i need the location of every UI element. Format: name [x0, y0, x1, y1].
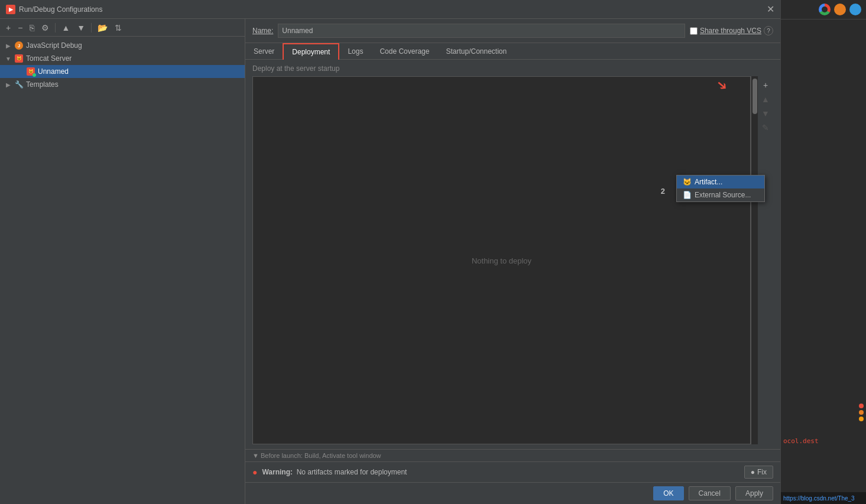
add-deploy-button[interactable]: +	[759, 79, 772, 92]
move-up-deploy-button[interactable]: ▲	[759, 93, 772, 106]
toolbar-separator-2	[91, 23, 92, 32]
tomcat-expand-icon: ▼	[5, 56, 12, 62]
templates-expand: ▶	[5, 82, 12, 88]
tab-logs[interactable]: Logs	[339, 43, 371, 59]
empty-deploy-text: Nothing to deploy	[472, 256, 531, 265]
left-panel: + − ⎘ ⚙ ▲ ▼ 📂 ⇅ ▶ J JavaScript	[0, 19, 245, 504]
templates-icon: 🔧	[14, 80, 24, 89]
edge-icon[interactable]	[849, 4, 861, 15]
scrollbar-thumb[interactable]	[753, 79, 757, 114]
tree-item-unnamed[interactable]: 🐱 Unnamed	[0, 65, 245, 78]
dot-red	[859, 404, 864, 408]
before-launch-header[interactable]: ▼ Before launch: Build, Activate tool wi…	[252, 452, 773, 459]
title-bar-left: ▶ Run/Debug Configurations	[6, 5, 102, 14]
firefox-icon[interactable]	[834, 4, 846, 15]
before-launch: ▼ Before launch: Build, Activate tool wi…	[245, 449, 780, 461]
name-row: Name: Share through VCS ?	[245, 19, 780, 43]
dialog-content: + − ⎘ ⚙ ▲ ▼ 📂 ⇅ ▶ J JavaScript	[0, 19, 780, 504]
help-button[interactable]: ?	[764, 26, 773, 35]
url-text: https://blog.csdn.net/The_3	[783, 495, 855, 502]
dot-orange	[859, 410, 864, 415]
dropdown-item-external-source[interactable]: 📄 External Source...	[677, 188, 764, 201]
external-source-label: External Source...	[695, 191, 751, 199]
add-config-button[interactable]: +	[4, 22, 13, 34]
move-up-button[interactable]: ▲	[59, 22, 72, 34]
warning-label: Warning:	[262, 468, 293, 476]
dropdown-item-artifact[interactable]: 🐱 Artifact...	[677, 175, 764, 188]
dot-yellow	[859, 417, 864, 421]
run-debug-dialog: ▶ Run/Debug Configurations ✕ + − ⎘ ⚙ ▲ ▼…	[0, 0, 780, 504]
name-label: Name:	[252, 27, 273, 35]
deploy-sidebar: + ▲ ▼ ✎	[758, 76, 773, 444]
tab-startup-connection[interactable]: Startup/Connection	[437, 43, 515, 59]
close-button[interactable]: ✕	[767, 4, 774, 15]
folder-button[interactable]: 📂	[95, 22, 110, 34]
warning-text: Warning: No artifacts marked for deploym…	[262, 468, 407, 476]
before-launch-label: ▼ Before launch: Build, Activate tool wi…	[252, 452, 381, 459]
settings-button[interactable]: ⚙	[39, 22, 51, 34]
move-down-button[interactable]: ▼	[74, 22, 87, 34]
right-code-area: ocol.dest	[781, 19, 866, 492]
toolbar: + − ⎘ ⚙ ▲ ▼ 📂 ⇅	[0, 19, 245, 37]
config-tree: ▶ J JavaScript Debug ▼ 🐱 Tomcat Server	[0, 37, 245, 504]
move-down-deploy-button[interactable]: ▼	[759, 107, 772, 120]
cancel-button[interactable]: Cancel	[689, 486, 731, 500]
tomcat-label: Tomcat Server	[26, 54, 72, 63]
dropdown-menu: 🐱 Artifact... 📄 External Source...	[676, 175, 765, 202]
unnamed-label: Unnamed	[38, 67, 69, 76]
tabs-bar: Server Deployment Logs Code Coverage Sta…	[245, 43, 780, 60]
bottom-bar: OK Cancel Apply	[245, 482, 780, 504]
artifact-label: Artifact...	[695, 178, 722, 186]
name-input[interactable]	[278, 24, 685, 38]
external-source-icon: 📄	[683, 191, 691, 199]
warning-icon: ●	[252, 467, 257, 477]
chrome-icon[interactable]	[819, 4, 831, 15]
dialog-title: Run/Debug Configurations	[19, 5, 102, 14]
edit-deploy-button[interactable]: ✎	[759, 121, 772, 134]
scrollbar[interactable]	[751, 76, 758, 444]
artifact-icon: 🐱	[683, 178, 691, 186]
fix-label: Fix	[757, 468, 767, 476]
status-dots	[859, 404, 864, 421]
apply-button[interactable]: Apply	[735, 486, 773, 500]
tab-deployment[interactable]: Deployment	[283, 43, 339, 60]
templates-label: Templates	[26, 80, 59, 89]
title-bar: ▶ Run/Debug Configurations ✕	[0, 0, 780, 19]
ok-button[interactable]: OK	[653, 486, 683, 500]
tree-item-js-debug[interactable]: ▶ J JavaScript Debug	[0, 39, 245, 52]
warning-bar: ● Warning: No artifacts marked for deplo…	[245, 461, 780, 482]
expand-icon: ▶	[5, 43, 12, 49]
deploy-label: Deploy at the server startup	[252, 64, 773, 73]
js-debug-label: JavaScript Debug	[26, 41, 82, 50]
share-label: Share through VCS	[700, 27, 761, 35]
remove-config-button[interactable]: −	[15, 22, 25, 34]
url-bar: https://blog.csdn.net/The_3	[781, 492, 866, 504]
toolbar-separator	[55, 23, 56, 32]
tab-server[interactable]: Server	[245, 43, 283, 59]
main-area: Deploy at the server startup Nothing to …	[245, 60, 780, 449]
warning-message: No artifacts marked for deployment	[297, 468, 407, 476]
fix-icon: ●	[751, 468, 755, 476]
copy-config-button[interactable]: ⎘	[27, 22, 37, 34]
app-icon: ▶	[6, 5, 15, 14]
right-panel: Name: Share through VCS ? Server Deploym…	[245, 19, 780, 504]
js-debug-icon: J	[14, 41, 24, 50]
tab-code-coverage[interactable]: Code Coverage	[371, 43, 437, 59]
sort-button[interactable]: ⇅	[112, 22, 124, 34]
right-edge-panel: ocol.dest https://blog.csdn.net/The_3	[780, 0, 866, 504]
tomcat-icon: 🐱	[14, 54, 24, 63]
share-area: Share through VCS ?	[690, 26, 773, 35]
tree-item-tomcat[interactable]: ▼ 🐱 Tomcat Server	[0, 52, 245, 65]
fix-button[interactable]: ● Fix	[744, 466, 773, 479]
share-checkbox[interactable]	[690, 27, 698, 35]
config-icon: 🐱	[26, 67, 35, 76]
deploy-area: Deploy at the server startup Nothing to …	[245, 60, 780, 449]
browser-icons	[781, 0, 866, 19]
code-text: ocol.dest	[783, 437, 819, 445]
deploy-list: Nothing to deploy	[252, 76, 751, 444]
tree-item-templates[interactable]: ▶ 🔧 Templates	[0, 78, 245, 91]
